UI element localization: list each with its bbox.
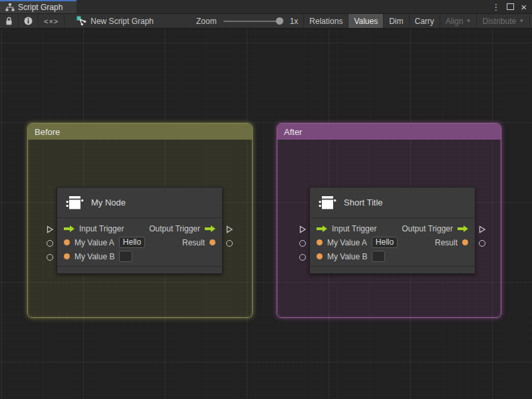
port-row: My Value B [57,249,222,263]
graph-breadcrumb[interactable]: New Script Graph [71,14,159,28]
code-brackets-icon: <×> [44,17,59,25]
value-port-icon [64,253,70,259]
output-trigger-port[interactable]: Output Trigger [402,224,468,233]
outer-value-port[interactable] [47,240,53,247]
outer-value-port[interactable] [47,254,53,261]
value-port-icon [317,239,323,245]
zoom-value: 1x [290,17,299,26]
flow-port-outline-icon [478,225,486,233]
graph-name-label: New Script Graph [90,17,154,26]
outer-value-port[interactable] [299,240,306,247]
window-controls: ⋮ × [491,0,532,13]
script-graph-window: Script Graph ⋮ × <×> [0,0,532,399]
flow-port-outline-icon [299,225,307,233]
input-trigger-port[interactable]: Input Trigger [317,224,376,233]
port-row: My Value A Hello Result [57,235,222,249]
unit-node-icon [65,193,85,213]
outer-flow-port-in[interactable] [299,225,307,233]
group-before-header[interactable]: Before [28,124,252,140]
input-trigger-port[interactable]: Input Trigger [64,224,124,233]
port-row: My Value A Hello Result [310,235,475,249]
flow-arrow-icon [205,225,215,232]
value-a-port[interactable]: My Value A Hello [64,237,145,248]
result-port[interactable]: Result [435,238,468,247]
value-port-icon [317,253,323,259]
value-b-port[interactable]: My Value B [317,251,385,262]
graph-hierarchy-icon [5,3,15,11]
value-b-input[interactable] [372,251,385,262]
value-a-input[interactable]: Hello [119,237,145,248]
value-port-icon [209,239,215,245]
zoom-slider-knob[interactable] [276,17,283,25]
node-title: Short Title [344,198,383,207]
outer-value-port[interactable] [226,240,233,247]
outer-flow-port-out[interactable] [225,225,233,233]
node-ports: Input Trigger Output Trigger My Value A … [310,218,475,263]
flow-port-outline-icon [225,225,233,233]
maximize-icon[interactable] [507,3,514,11]
unit-node-icon [318,193,338,213]
value-port-icon [462,239,468,245]
result-port[interactable]: Result [182,238,215,247]
value-a-port[interactable]: My Value A Hello [317,237,398,248]
value-a-input[interactable]: Hello [372,237,398,248]
close-icon[interactable]: × [521,2,527,12]
toggle-dim[interactable]: Dim [384,14,409,28]
outer-flow-port-out[interactable] [478,225,486,233]
info-icon [24,17,33,25]
toggle-relations[interactable]: Relations [304,14,348,28]
window-menu-icon[interactable]: ⋮ [491,3,500,11]
group-label: After [284,127,302,137]
lock-button[interactable] [0,14,19,28]
group-after-header[interactable]: After [277,124,501,140]
value-b-port[interactable]: My Value B [64,251,132,262]
node-title: My Node [91,198,126,207]
flow-arrow-icon [458,225,468,232]
flow-arrow-icon [64,225,74,232]
output-trigger-port[interactable]: Output Trigger [149,224,215,233]
port-row: Input Trigger Output Trigger [310,221,475,235]
toggle-values[interactable]: Values [348,14,384,28]
zoom-label: Zoom [196,17,217,26]
outer-value-port[interactable] [299,254,306,261]
node-header[interactable]: My Node [57,188,222,218]
node-ports: Input Trigger Output Trigger My Value A … [57,218,222,263]
script-graph-icon [76,16,86,26]
value-b-input[interactable] [119,251,132,262]
flow-port-outline-icon [46,225,54,233]
lock-icon [5,17,13,25]
flow-arrow-icon [317,225,327,232]
graph-toolbar: <×> New Script Graph Zoom 1x Relations V… [0,13,532,29]
toggle-carry[interactable]: Carry [410,14,440,28]
node-short-title[interactable]: Short Title Input Trigger Output Trigger [309,187,475,274]
node-footer [310,266,475,273]
edit-source-button[interactable]: <×> [39,14,65,28]
tab-bar: Script Graph ⋮ × [0,0,532,13]
zoom-slider-track [223,21,283,22]
tab-script-graph[interactable]: Script Graph [0,0,76,13]
port-row: Input Trigger Output Trigger [57,221,222,235]
value-port-icon [64,239,70,245]
tab-label: Script Graph [18,3,63,12]
node-footer [57,266,222,273]
chevron-down-icon: ▼ [519,19,524,24]
node-header[interactable]: Short Title [310,188,475,218]
outer-flow-port-in[interactable] [46,225,54,233]
port-row: My Value B [310,249,475,263]
zoom-slider[interactable] [223,14,283,28]
node-my-node[interactable]: My Node Input Trigger Output Trigger [57,187,223,274]
dropdown-align[interactable]: Align ▼ [440,14,477,28]
group-label: Before [35,127,60,137]
outer-value-port[interactable] [479,240,485,247]
inspect-button[interactable] [19,14,39,28]
graph-canvas[interactable]: Before After My Node [0,29,532,399]
chevron-down-icon: ▼ [466,19,471,24]
dropdown-distribute[interactable]: Distribute ▼ [477,14,530,28]
zoom-control: Zoom 1x [191,14,303,28]
